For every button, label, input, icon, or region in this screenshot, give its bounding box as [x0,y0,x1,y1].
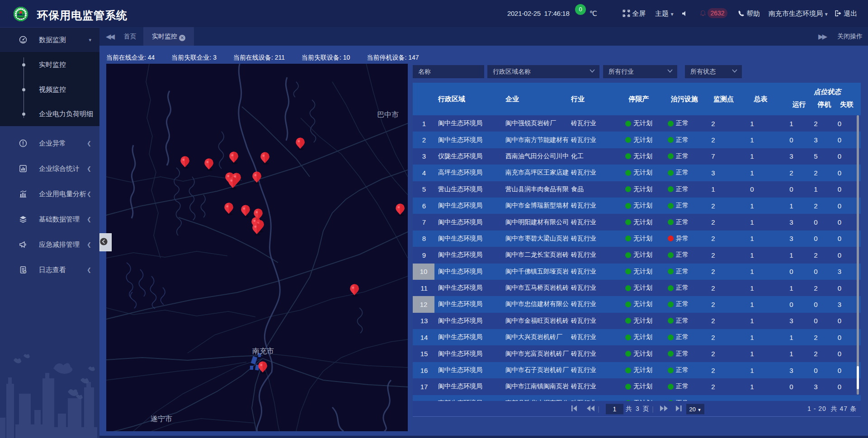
svg-text:南充市: 南充市 [252,347,274,355]
svg-text:遂宁市: 遂宁市 [151,415,172,423]
svg-text:巴中市: 巴中市 [377,111,399,118]
